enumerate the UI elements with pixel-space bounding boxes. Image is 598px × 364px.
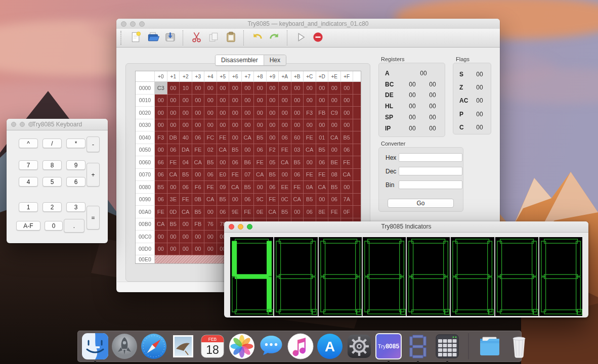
- memory-cell[interactable]: FE: [328, 206, 341, 218]
- memory-cell[interactable]: 00: [217, 119, 230, 132]
- memory-cell[interactable]: 00: [267, 107, 279, 119]
- memory-cell[interactable]: FE: [229, 169, 242, 181]
- dock-item-folder[interactable]: [477, 333, 503, 359]
- memory-cell[interactable]: B5: [341, 131, 354, 144]
- dock-item-finder[interactable]: [82, 333, 108, 359]
- memory-cell[interactable]: FC: [204, 131, 217, 144]
- memory-cell[interactable]: B5: [242, 181, 254, 194]
- memory-cell[interactable]: 00: [204, 119, 217, 132]
- memory-cell[interactable]: 00: [167, 107, 180, 119]
- dock-item-app-store[interactable]: A: [317, 333, 343, 359]
- keyboard-key-x[interactable]: /: [42, 139, 62, 148]
- memory-cell[interactable]: B5: [217, 194, 230, 206]
- redo-button[interactable]: [267, 31, 282, 45]
- memory-cell[interactable]: B5: [254, 131, 267, 144]
- memory-cell[interactable]: 00: [192, 119, 205, 132]
- memory-cell[interactable]: 00: [279, 107, 291, 119]
- memory-cell[interactable]: 00: [316, 95, 329, 107]
- memory-cell[interactable]: B5: [180, 169, 192, 181]
- memory-cell[interactable]: 9C: [254, 194, 267, 206]
- minimize-button[interactable]: [20, 122, 25, 127]
- memory-cell[interactable]: 06: [341, 144, 354, 157]
- memory-cell[interactable]: B5: [279, 206, 291, 218]
- memory-cell[interactable]: 00: [291, 82, 304, 95]
- memory-cell[interactable]: 00: [180, 107, 192, 119]
- memory-cell[interactable]: F3: [155, 131, 167, 144]
- memory-cell[interactable]: 76: [204, 218, 217, 231]
- memory-cell[interactable]: 00: [229, 95, 242, 107]
- memory-cell[interactable]: 00: [304, 119, 316, 132]
- memory-cell[interactable]: 00: [291, 206, 304, 218]
- memory-cell[interactable]: 01: [316, 131, 329, 144]
- keyboard-key-6[interactable]: 6: [66, 177, 86, 187]
- memory-cell[interactable]: 00: [217, 82, 230, 95]
- memory-cell[interactable]: B5: [192, 206, 205, 218]
- memory-cell[interactable]: 06: [217, 206, 230, 218]
- memory-cell[interactable]: 00: [328, 119, 341, 132]
- memory-cell[interactable]: B5: [304, 194, 316, 206]
- memory-cell[interactable]: 00: [341, 181, 354, 194]
- memory-cell[interactable]: B5: [204, 156, 217, 169]
- memory-cell[interactable]: B5: [167, 218, 180, 231]
- memory-cell[interactable]: B5: [316, 144, 329, 157]
- memory-cell[interactable]: 0A: [304, 181, 316, 194]
- memory-cell[interactable]: 00: [291, 107, 304, 119]
- memory-cell[interactable]: CA: [279, 156, 291, 169]
- memory-cell[interactable]: 00: [279, 95, 291, 107]
- memory-cell[interactable]: 04: [180, 156, 192, 169]
- memory-cell[interactable]: 00: [192, 169, 205, 181]
- memory-cell[interactable]: 00: [204, 107, 217, 119]
- memory-cell[interactable]: CA: [155, 218, 167, 231]
- memory-cell[interactable]: B5: [155, 181, 167, 194]
- keyboard-window-titlebar[interactable]: Try8085 Keyboard: [7, 119, 108, 130]
- tab-disassembler[interactable]: Disassembler: [216, 55, 264, 65]
- memory-cell[interactable]: 00: [229, 82, 242, 95]
- keyboard-key-x[interactable]: =: [87, 206, 100, 230]
- memory-cell[interactable]: 00: [192, 107, 205, 119]
- memory-cell[interactable]: FE: [167, 156, 180, 169]
- memory-cell[interactable]: 00: [229, 131, 242, 144]
- keyboard-key-0[interactable]: 0: [45, 221, 63, 231]
- memory-cell[interactable]: 00: [267, 119, 279, 132]
- memory-cell[interactable]: 0E: [254, 206, 267, 218]
- memory-cell[interactable]: B5: [328, 181, 341, 194]
- memory-cell[interactable]: B5: [291, 156, 304, 169]
- memory-cell[interactable]: 06: [155, 194, 167, 206]
- keyboard-key-1[interactable]: 1: [19, 202, 38, 212]
- memory-cell[interactable]: CA: [267, 206, 279, 218]
- memory-cell[interactable]: 00: [254, 119, 267, 132]
- paste-button[interactable]: [223, 31, 238, 45]
- memory-cell[interactable]: CA: [192, 156, 205, 169]
- new-file-button[interactable]: [128, 31, 143, 45]
- keyboard-key-3[interactable]: 3: [66, 202, 86, 212]
- indicators-window-titlebar[interactable]: Try8085 Indicators: [224, 221, 588, 233]
- close-button[interactable]: [121, 21, 126, 27]
- memory-cell[interactable]: 0F: [341, 206, 354, 218]
- memory-cell[interactable]: 00: [217, 95, 230, 107]
- main-window-titlebar[interactable]: Try8085 — keyboard_and_indicators_01.c80: [116, 19, 500, 29]
- dock-item-trash[interactable]: [506, 333, 532, 359]
- memory-cell[interactable]: 02: [204, 144, 217, 157]
- memory-cell[interactable]: 06: [316, 156, 329, 169]
- memory-cell[interactable]: 00: [341, 95, 354, 107]
- memory-cell[interactable]: 0C: [279, 194, 291, 206]
- memory-cell[interactable]: 06: [279, 131, 291, 144]
- memory-cell[interactable]: C9: [328, 107, 341, 119]
- memory-cell[interactable]: 00: [341, 82, 354, 95]
- memory-cell[interactable]: FB: [192, 218, 205, 231]
- memory-cell[interactable]: 00: [316, 119, 329, 132]
- memory-cell[interactable]: 00: [180, 243, 192, 256]
- memory-cell[interactable]: F3: [304, 107, 316, 119]
- memory-cell[interactable]: 00: [328, 144, 341, 157]
- minimize-button[interactable]: [130, 21, 136, 27]
- memory-cell[interactable]: EE: [279, 181, 291, 194]
- memory-cell[interactable]: B6: [242, 156, 254, 169]
- memory-cell[interactable]: FE: [304, 131, 316, 144]
- memory-cell[interactable]: 06: [180, 181, 192, 194]
- memory-cell[interactable]: 00: [242, 119, 254, 132]
- dock-item-seven-segment[interactable]: [405, 333, 431, 359]
- stop-button[interactable]: [310, 31, 325, 45]
- memory-cell[interactable]: 00: [192, 82, 205, 95]
- memory-cell[interactable]: 66: [155, 156, 167, 169]
- run-button[interactable]: [293, 31, 308, 45]
